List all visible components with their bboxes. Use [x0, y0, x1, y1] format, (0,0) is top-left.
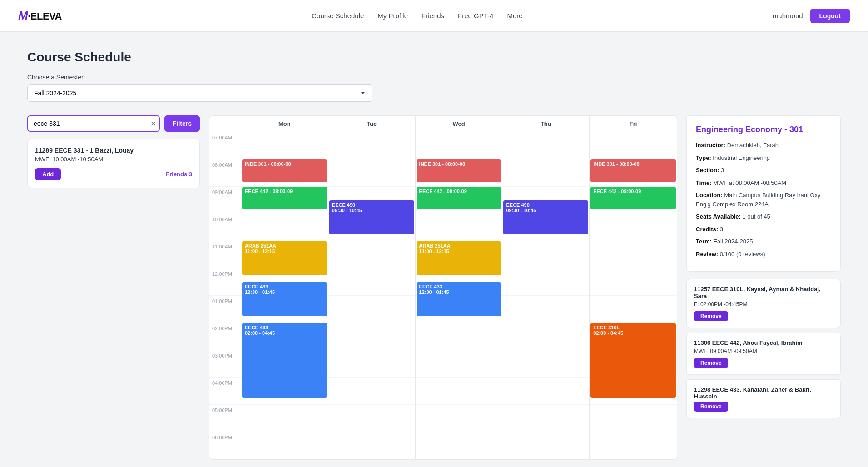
logo-area: M·ELEVA	[18, 9, 62, 23]
detail-type-value: Industrial Engineering	[713, 154, 770, 161]
cal-header-empty	[209, 116, 241, 132]
day-col-0: INDE 301 - 08:00-08EECE 442 - 09:00-09AR…	[241, 132, 328, 459]
detail-seats-value: 1 out of 45	[742, 213, 770, 220]
page-title: Course Schedule	[27, 50, 841, 65]
filters-button[interactable]: Filters	[164, 115, 200, 132]
calendar-event[interactable]: EECE 433 02:00 - 04:45	[242, 323, 327, 398]
days-area: INDE 301 - 08:00-08EECE 442 - 09:00-09AR…	[241, 132, 677, 459]
enrolled-card: 11306 EECE 442, Abou Faycal, Ibrahim MWF…	[686, 333, 841, 375]
calendar-event[interactable]: EECE 490 09:30 - 10:45	[329, 200, 414, 234]
cal-header-mon: Mon	[241, 116, 328, 132]
detail-card: Engineering Economy - 301 Instructor: De…	[686, 115, 841, 272]
friends-link[interactable]: Friends 3	[166, 171, 192, 178]
calendar-event[interactable]: INDE 301 - 08:00-08	[417, 159, 501, 182]
enrolled-card-time: MWF: 09:00AM -09:50AM	[694, 348, 833, 354]
course-card-time: MWF: 10:00AM -10:50AM	[35, 156, 192, 163]
detail-time-value: MWF at 08:00AM -08:50AM	[713, 179, 786, 186]
calendar-event[interactable]: ARAB 251AA 11:00 - 12:15	[242, 241, 327, 275]
calendar-event[interactable]: EECE 433 12:30 - 01:45	[417, 282, 501, 316]
username: mahmoud	[773, 12, 803, 20]
enrolled-card: 11298 EECE 433, Kanafani, Zaher & Bakri,…	[686, 379, 841, 418]
nav-free-gpt4[interactable]: Free GPT-4	[458, 12, 493, 20]
cal-header-wed: Wed	[416, 116, 503, 132]
detail-type: Type: Industrial Engineering	[696, 154, 831, 163]
calendar: Mon Tue Wed Thu Fri 07:00AM08:00AM09:00A…	[209, 115, 677, 460]
detail-instructor-value: Demachkieh, Farah	[727, 142, 779, 149]
course-card-title: 11289 EECE 331 - 1 Bazzi, Louay	[35, 147, 192, 154]
detail-term: Term: Fall 2024-2025	[696, 237, 831, 246]
logo-icon: M	[18, 9, 28, 22]
detail-review-value: 0/100 (0 reviews)	[720, 251, 765, 258]
search-input[interactable]	[27, 115, 160, 132]
remove-course-button[interactable]: Remove	[694, 358, 728, 368]
detail-review: Review: 0/100 (0 reviews)	[696, 250, 831, 259]
add-course-button[interactable]: Add	[35, 168, 61, 180]
calendar-event[interactable]: INDE 301 - 08:00-08	[590, 159, 676, 182]
time-labels: 07:00AM08:00AM09:00AM10:00AM11:00AM12:00…	[209, 132, 241, 459]
semester-label: Choose a Semester:	[27, 74, 841, 81]
enrolled-list: 11257 EECE 310L, Kayssi, Ayman & Khaddaj…	[686, 279, 841, 418]
detail-credits-value: 3	[720, 226, 723, 233]
calendar-event[interactable]: INDE 301 - 08:00-08	[242, 159, 327, 182]
day-col-4: INDE 301 - 08:00-08EECE 442 - 09:00-09EE…	[590, 132, 677, 459]
enrolled-card-title: 11257 EECE 310L, Kayssi, Ayman & Khaddaj…	[694, 286, 833, 299]
main-content: Course Schedule Choose a Semester: Fall …	[0, 32, 868, 467]
right-panel: Engineering Economy - 301 Instructor: De…	[686, 115, 841, 423]
remove-course-button[interactable]: Remove	[694, 311, 728, 321]
enrolled-card: 11257 EECE 310L, Kayssi, Ayman & Khaddaj…	[686, 279, 841, 328]
detail-instructor: Instructor: Demachkieh, Farah	[696, 141, 831, 150]
enrolled-card-title: 11306 EECE 442, Abou Faycal, Ibrahim	[694, 339, 833, 346]
nav-my-profile[interactable]: My Profile	[377, 12, 408, 20]
enrolled-card-title: 11298 EECE 433, Kanafani, Zaher & Bakri,…	[694, 386, 833, 400]
cal-header-fri: Fri	[590, 116, 677, 132]
remove-course-button[interactable]: Remove	[694, 402, 728, 412]
detail-location: Location: Main Campus Building Ray Irani…	[696, 191, 831, 209]
nav-more[interactable]: More	[507, 12, 522, 20]
user-actions: mahmoud Logout	[773, 9, 850, 23]
detail-credits: Credits: 3	[696, 225, 831, 234]
detail-section: Section: 3	[696, 166, 831, 175]
detail-time: Time: MWF at 08:00AM -08:50AM	[696, 179, 831, 188]
detail-title: Engineering Economy - 301	[696, 125, 831, 134]
detail-term-value: Fall 2024-2025	[714, 238, 753, 245]
calendar-event[interactable]: EECE 310L 02:00 - 04:45	[590, 323, 676, 398]
calendar-event[interactable]: EECE 442 - 09:00-09	[417, 187, 501, 209]
enrolled-card-time: F: 02:00PM -04:45PM	[694, 301, 833, 308]
calendar-event[interactable]: ARAB 251AA 11:00 - 12:15	[417, 241, 501, 275]
search-result-card: 11289 EECE 331 - 1 Bazzi, Louay MWF: 10:…	[27, 139, 200, 188]
semester-select[interactable]: Fall 2024-2025Spring 2024-2025Summer 202…	[27, 84, 372, 102]
detail-seats: Seats Available: 1 out of 45	[696, 212, 831, 221]
day-col-2: INDE 301 - 08:00-08EECE 442 - 09:00-09AR…	[416, 132, 503, 459]
calendar-body: 07:00AM08:00AM09:00AM10:00AM11:00AM12:00…	[209, 132, 677, 459]
calendar-event[interactable]: EECE 490 09:30 - 10:45	[503, 200, 588, 234]
calendar-event[interactable]: EECE 433 12:30 - 01:45	[242, 282, 327, 316]
logo: M·ELEVA	[18, 9, 62, 23]
left-panel: ✕ Filters 11289 EECE 331 - 1 Bazzi, Loua…	[27, 115, 200, 188]
search-row: ✕ Filters	[27, 115, 200, 132]
body-layout: ✕ Filters 11289 EECE 331 - 1 Bazzi, Loua…	[27, 115, 841, 460]
logout-button[interactable]: Logout	[810, 9, 850, 23]
day-col-1: EECE 490 09:30 - 10:45	[328, 132, 416, 459]
detail-section-value: 3	[721, 167, 724, 174]
calendar-event[interactable]: EECE 442 - 09:00-09	[242, 187, 327, 209]
nav-friends[interactable]: Friends	[422, 12, 444, 20]
course-card-actions: Add Friends 3	[35, 168, 192, 180]
search-input-wrap: ✕	[27, 115, 160, 132]
cal-header-tue: Tue	[328, 116, 416, 132]
nav-links: Course Schedule My Profile Friends Free …	[312, 12, 522, 20]
calendar-event[interactable]: EECE 442 - 09:00-09	[590, 187, 676, 209]
day-col-3: EECE 490 09:30 - 10:45	[502, 132, 590, 459]
calendar-header: Mon Tue Wed Thu Fri	[209, 116, 677, 132]
navbar: M·ELEVA Course Schedule My Profile Frien…	[0, 0, 868, 32]
nav-course-schedule[interactable]: Course Schedule	[312, 12, 364, 20]
search-clear-button[interactable]: ✕	[150, 119, 156, 128]
cal-header-thu: Thu	[502, 116, 590, 132]
